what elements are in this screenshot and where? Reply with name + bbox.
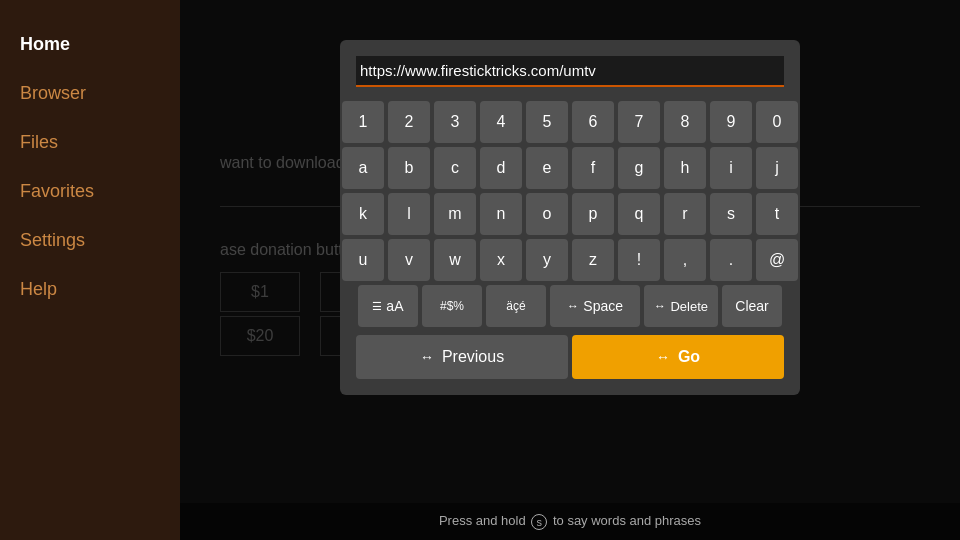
symbols-key[interactable]: #$% [422,285,482,327]
key-7[interactable]: 7 [618,101,660,143]
sidebar-item-browser[interactable]: Browser [0,69,180,118]
keyboard: 1 2 3 4 5 6 7 8 9 0 a b c d e f g h [356,101,784,327]
sidebar-item-settings[interactable]: Settings [0,216,180,265]
key-w[interactable]: w [434,239,476,281]
go-icon: ↔ [656,349,670,365]
go-button[interactable]: ↔ Go [572,335,784,379]
key-comma[interactable]: , [664,239,706,281]
key-8[interactable]: 8 [664,101,706,143]
hint-bar: Press and hold s to say words and phrase… [180,503,960,540]
key-3[interactable]: 3 [434,101,476,143]
key-f[interactable]: f [572,147,614,189]
alpha-row1: a b c d e f g h i j [356,147,784,189]
sidebar-item-favorites[interactable]: Favorites [0,167,180,216]
caps-key[interactable]: ☰ aA [358,285,418,327]
keyboard-dialog: 1 2 3 4 5 6 7 8 9 0 a b c d e f g h [340,40,800,395]
main-area: want to download: ase donation buttons: … [180,0,960,540]
key-9[interactable]: 9 [710,101,752,143]
key-n[interactable]: n [480,193,522,235]
key-at[interactable]: @ [756,239,798,281]
key-a[interactable]: a [342,147,384,189]
key-6[interactable]: 6 [572,101,614,143]
sidebar-item-files[interactable]: Files [0,118,180,167]
key-m[interactable]: m [434,193,476,235]
key-d[interactable]: d [480,147,522,189]
key-l[interactable]: l [388,193,430,235]
key-g[interactable]: g [618,147,660,189]
key-u[interactable]: u [342,239,384,281]
delete-key[interactable]: ↔ Delete [644,285,718,327]
key-5[interactable]: 5 [526,101,568,143]
key-r[interactable]: r [664,193,706,235]
url-input[interactable] [356,56,784,87]
key-4[interactable]: 4 [480,101,522,143]
key-x[interactable]: x [480,239,522,281]
key-exclaim[interactable]: ! [618,239,660,281]
hint-icon: s [531,514,547,530]
key-y[interactable]: y [526,239,568,281]
key-q[interactable]: q [618,193,660,235]
key-b[interactable]: b [388,147,430,189]
alpha-row2: k l m n o p q r s t [356,193,784,235]
key-e[interactable]: e [526,147,568,189]
previous-button[interactable]: ↔ Previous [356,335,568,379]
key-z[interactable]: z [572,239,614,281]
key-1[interactable]: 1 [342,101,384,143]
sidebar: Home Browser Files Favorites Settings He… [0,0,180,540]
special-row: ☰ aA #$% äçé ↔ Space ↔ Delete Clear [356,285,784,327]
clear-key[interactable]: Clear [722,285,782,327]
key-t[interactable]: t [756,193,798,235]
key-2[interactable]: 2 [388,101,430,143]
key-s[interactable]: s [710,193,752,235]
sidebar-item-home[interactable]: Home [0,20,180,69]
key-i[interactable]: i [710,147,752,189]
key-o[interactable]: o [526,193,568,235]
sidebar-item-help[interactable]: Help [0,265,180,314]
key-k[interactable]: k [342,193,384,235]
key-c[interactable]: c [434,147,476,189]
accents-key[interactable]: äçé [486,285,546,327]
space-key[interactable]: ↔ Space [550,285,640,327]
key-period[interactable]: . [710,239,752,281]
key-p[interactable]: p [572,193,614,235]
previous-icon: ↔ [420,349,434,365]
alpha-row3: u v w x y z ! , . @ [356,239,784,281]
key-h[interactable]: h [664,147,706,189]
number-row: 1 2 3 4 5 6 7 8 9 0 [356,101,784,143]
key-j[interactable]: j [756,147,798,189]
key-v[interactable]: v [388,239,430,281]
action-row: ↔ Previous ↔ Go [356,335,784,379]
key-0[interactable]: 0 [756,101,798,143]
